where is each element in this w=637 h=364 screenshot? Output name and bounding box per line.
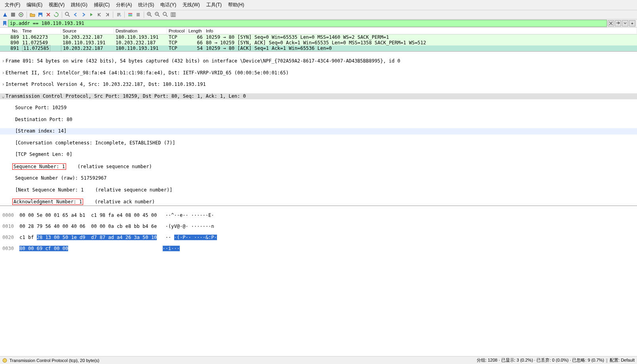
menu-edit[interactable]: 编辑(E) <box>23 1 46 9</box>
detail-nextseq[interactable]: [Next Sequence Number: 1 (relative seque… <box>0 187 637 193</box>
colorize-icon[interactable] <box>127 11 134 18</box>
main-toolbar <box>0 10 637 19</box>
autoscroll-icon[interactable] <box>115 11 122 18</box>
svg-point-2 <box>20 14 22 15</box>
detail-tcp[interactable]: ⌄Transmission Control Protocol, Src Port… <box>0 93 637 100</box>
svg-point-16 <box>163 12 166 15</box>
menu-analyze[interactable]: 分析(A) <box>113 1 135 9</box>
apply-filter-icon[interactable] <box>615 20 621 27</box>
detail-ip[interactable]: ›Internet Protocol Version 4, Src: 10.20… <box>0 82 637 88</box>
detail-conversation[interactable]: [Conversation completeness: Incomplete, … <box>0 140 637 146</box>
save-icon[interactable] <box>37 11 44 18</box>
filter-bar: + <box>0 19 637 28</box>
col-no[interactable]: No. <box>0 28 21 34</box>
menu-capture[interactable]: 捕获(C) <box>91 1 113 9</box>
zoom-in-icon[interactable] <box>146 11 153 18</box>
detail-ack[interactable]: Acknowledgment Number: 1 (relative ack n… <box>0 199 637 205</box>
detail-dstport[interactable]: Destination Port: 80 <box>0 117 637 123</box>
menu-wireless[interactable]: 无线(W) <box>179 1 203 9</box>
menu-telephony[interactable]: 电话(Y) <box>157 1 179 9</box>
restart-icon[interactable] <box>17 11 25 18</box>
col-source[interactable]: Source <box>61 28 114 34</box>
packet-row[interactable]: 889 11.062273 10.203.232.187 180.110.193… <box>0 34 637 40</box>
svg-line-13 <box>150 15 152 17</box>
detail-seq[interactable]: Sequence Number: 1 (relative sequence nu… <box>0 163 637 170</box>
clear-filter-icon[interactable] <box>608 20 614 27</box>
hex-row[interactable]: 0020 c1 bf 28 13 00 50 1e d9 d7 87 ad a4… <box>2 235 635 240</box>
svg-rect-18 <box>171 13 172 17</box>
menu-bar: 文件(F) 编辑(E) 视图(V) 跳转(G) 捕获(C) 分析(A) 统计(S… <box>0 0 637 10</box>
list-icon[interactable] <box>135 11 142 18</box>
svg-rect-4 <box>39 15 42 17</box>
svg-rect-0 <box>11 13 15 17</box>
goto-icon[interactable] <box>88 11 95 18</box>
find-icon[interactable] <box>64 11 71 18</box>
menu-view[interactable]: 视图(V) <box>46 1 68 9</box>
display-filter-input[interactable] <box>8 20 607 27</box>
prev-icon[interactable] <box>72 11 79 18</box>
open-icon[interactable] <box>29 11 36 18</box>
svg-rect-10 <box>128 14 132 15</box>
menu-help[interactable]: 帮助(H) <box>225 1 247 9</box>
shark-fin-icon[interactable] <box>2 11 9 18</box>
svg-point-5 <box>65 12 68 15</box>
detail-seglen[interactable]: [TCP Segment Len: 0] <box>0 152 637 158</box>
hex-row[interactable]: 0010 00 28 79 56 40 00 40 06 00 00 0a cb… <box>2 224 635 229</box>
close-icon[interactable] <box>45 11 52 18</box>
hex-row[interactable]: 0000 00 00 5e 00 01 65 a4 b1 c1 98 fa e4… <box>2 212 635 218</box>
svg-rect-11 <box>128 15 132 16</box>
detail-ethernet[interactable]: ›Ethernet II, Src: IntelCor_98:fa:e4 (a4… <box>0 70 637 76</box>
svg-line-6 <box>68 15 70 17</box>
zoom-reset-icon[interactable] <box>162 11 169 18</box>
hex-pane[interactable]: 0000 00 00 5e 00 01 65 a4 b1 c1 98 fa e4… <box>0 206 637 317</box>
svg-line-17 <box>166 15 167 17</box>
col-info[interactable]: Info <box>204 28 637 34</box>
col-protocol[interactable]: Protocol <box>167 28 187 34</box>
svg-line-15 <box>158 15 160 17</box>
packet-row-selected[interactable]: 891 11.072585 10.203.232.187 180.110.193… <box>0 46 637 51</box>
packet-list[interactable]: No. Time Source Destination Protocol Len… <box>0 28 637 52</box>
hex-row[interactable]: 0030 80 00 69 cf 00 00 ··i··· <box>2 246 635 251</box>
bookmark-icon[interactable] <box>2 20 8 27</box>
zoom-out-icon[interactable] <box>154 11 161 18</box>
svg-rect-9 <box>128 13 132 14</box>
reload-icon[interactable] <box>53 11 60 18</box>
menu-file[interactable]: 文件(F) <box>2 1 23 9</box>
add-filter-icon[interactable]: + <box>629 20 635 27</box>
last-icon[interactable] <box>104 11 111 18</box>
recent-filter-icon[interactable] <box>622 20 628 27</box>
packet-row[interactable]: 890 11.072549 180.110.193.191 10.203.232… <box>0 40 637 46</box>
detail-seqraw[interactable]: Sequence Number (raw): 517592967 <box>0 175 637 182</box>
resize-cols-icon[interactable] <box>170 11 177 18</box>
menu-tools[interactable]: 工具(T) <box>203 1 225 9</box>
menu-go[interactable]: 跳转(G) <box>68 1 90 9</box>
stop-icon[interactable] <box>10 11 17 18</box>
first-icon[interactable] <box>96 11 103 18</box>
svg-rect-19 <box>173 13 174 17</box>
menu-stats[interactable]: 统计(S) <box>135 1 157 9</box>
detail-srcport[interactable]: Source Port: 10259 <box>0 105 637 111</box>
next-icon[interactable] <box>80 11 87 18</box>
packet-list-header: No. Time Source Destination Protocol Len… <box>0 28 637 34</box>
svg-rect-20 <box>174 13 175 17</box>
col-length[interactable]: Length <box>187 28 204 34</box>
detail-frame[interactable]: ›Frame 891: 54 bytes on wire (432 bits),… <box>0 58 637 64</box>
col-destination[interactable]: Destination <box>114 28 167 34</box>
col-time[interactable]: Time <box>21 28 61 34</box>
packet-details[interactable]: ›Frame 891: 54 bytes on wire (432 bits),… <box>0 52 637 206</box>
detail-stream[interactable]: [Stream index: 14] <box>0 128 637 135</box>
